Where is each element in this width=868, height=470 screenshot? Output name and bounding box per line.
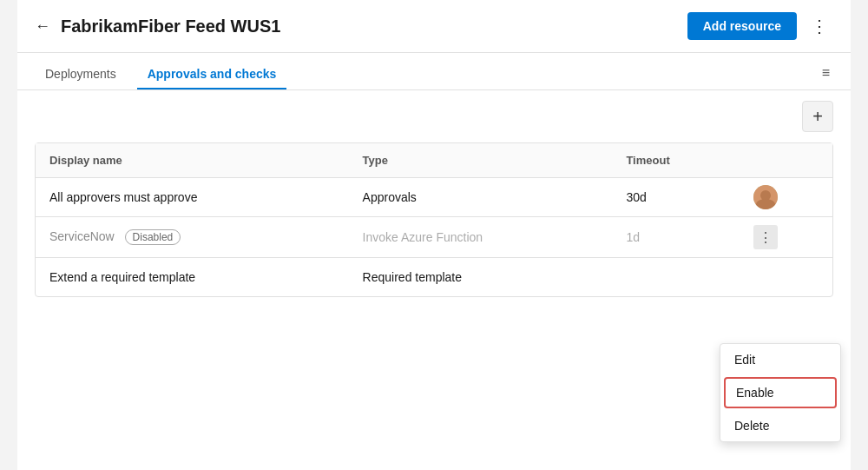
row2-timeout-text: 1d: [626, 230, 640, 244]
checks-table: Display name Type Timeout All approvers …: [36, 143, 832, 296]
more-dots-icon: ⋮: [759, 229, 773, 246]
add-resource-button[interactable]: Add resource: [687, 12, 797, 40]
row3-display-name: Extend a required template: [36, 258, 349, 297]
row3-type: Required template: [349, 258, 613, 297]
table-row: Extend a required template Required temp…: [36, 258, 832, 297]
row1-timeout: 30d: [612, 178, 740, 217]
row2-display-name: ServiceNow Disabled: [36, 217, 349, 258]
row2-more-button[interactable]: ⋮: [753, 225, 778, 249]
table-header-row: Display name Type Timeout: [36, 143, 832, 178]
tabs-left: Deployments Approvals and checks: [35, 55, 297, 89]
checks-table-container: Display name Type Timeout All approvers …: [35, 142, 833, 297]
context-menu-enable[interactable]: Enable: [724, 377, 837, 408]
add-check-button[interactable]: +: [802, 101, 833, 132]
col-display-name: Display name: [36, 143, 349, 178]
tab-approvals[interactable]: Approvals and checks: [137, 55, 287, 89]
context-menu-edit[interactable]: Edit: [720, 344, 840, 375]
avatar-image: [753, 185, 778, 209]
disabled-badge: Disabled: [125, 229, 181, 245]
back-button[interactable]: ←: [35, 17, 50, 36]
header-more-icon[interactable]: ⋮: [806, 12, 833, 40]
row3-timeout: [612, 258, 740, 297]
row2-type: Invoke Azure Function: [349, 217, 613, 258]
row2-type-text: Invoke Azure Function: [363, 230, 483, 244]
row2-timeout: 1d: [612, 217, 740, 258]
table-row: ServiceNow Disabled Invoke Azure Functio…: [36, 217, 832, 258]
context-menu-delete[interactable]: Delete: [720, 410, 840, 441]
header-left: ← FabrikamFiber Feed WUS1: [35, 17, 280, 36]
col-type: Type: [349, 143, 613, 178]
context-menu: Edit Enable Delete: [720, 343, 841, 442]
col-actions: [740, 143, 832, 178]
row1-type: Approvals: [349, 178, 613, 217]
tabs-bar: Deployments Approvals and checks ≡: [17, 53, 851, 90]
page-title: FabrikamFiber Feed WUS1: [61, 17, 280, 36]
row3-actions: [740, 258, 832, 297]
table-row: All approvers must approve Approvals 30d: [36, 178, 832, 217]
col-timeout: Timeout: [612, 143, 740, 178]
row1-display-name: All approvers must approve: [36, 178, 349, 217]
row1-actions: [740, 178, 832, 217]
page-header: ← FabrikamFiber Feed WUS1 Add resource ⋮: [17, 0, 851, 53]
row2-name-text: ServiceNow: [49, 229, 115, 243]
tab-deployments[interactable]: Deployments: [35, 55, 127, 89]
avatar: [753, 185, 778, 209]
filter-icon[interactable]: ≡: [819, 53, 833, 89]
row2-actions: ⋮: [740, 217, 832, 258]
plus-btn-container: +: [17, 90, 851, 142]
header-right: Add resource ⋮: [687, 12, 833, 40]
